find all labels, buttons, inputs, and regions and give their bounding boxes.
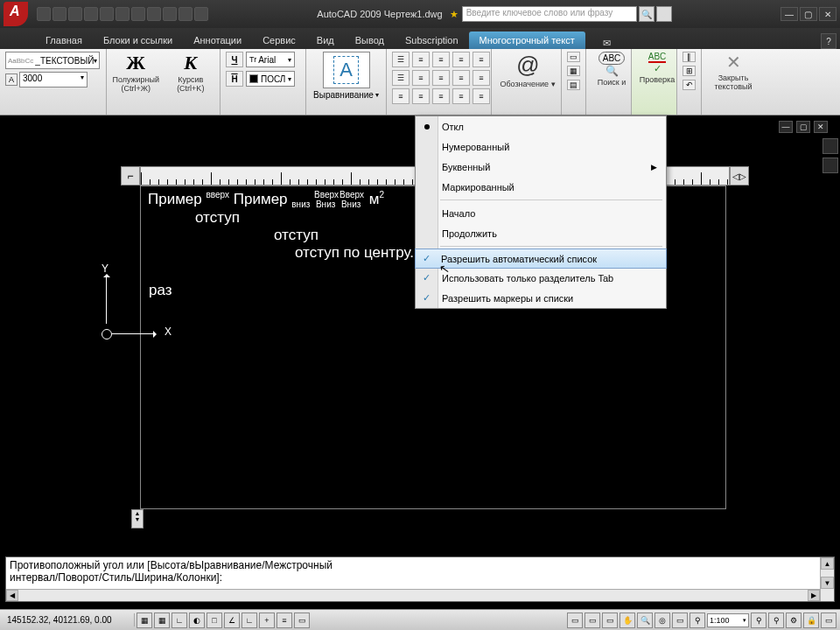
qat-btn-8[interactable] [147,7,161,21]
align-right-button[interactable]: ≡ [452,52,470,67]
scroll-down-button[interactable]: ▼ [821,577,834,589]
drawing-area[interactable]: — ▢ ✕ ⌐ ◁▷ Пример вверх Пример вниз Ввер… [0,116,840,550]
annotation-scale-combo[interactable]: 1:100▾ [707,613,749,627]
tab-annotations[interactable]: Аннотации [183,32,252,49]
ruler-toggle-button[interactable]: ‖ [682,52,696,62]
symbol2-button[interactable]: ▤ [567,80,580,90]
tab-home[interactable]: Главная [35,32,93,49]
command-vscrollbar[interactable]: ▲ ▼ [820,557,834,601]
tab-service[interactable]: Сервис [252,32,306,49]
ruler-width-grip[interactable]: ◁▷ [730,166,749,186]
linespacing-button[interactable]: ≡ [412,70,430,86]
doc-close-button[interactable]: ✕ [814,121,828,133]
close-button[interactable]: ✕ [819,7,836,21]
menu-item-bulleted[interactable]: Маркированный [416,177,666,197]
text-height-input[interactable]: 3000 ▾ [19,72,88,88]
help-button[interactable]: ? [821,33,836,49]
menu-item-tab-delimiter[interactable]: ✓Использовать только разделитель Tab [416,268,666,288]
overline-button[interactable]: Н [226,71,243,87]
qat-saveas-icon[interactable] [84,7,98,21]
tab-view[interactable]: Вид [306,32,345,49]
infocenter-search-input[interactable]: Введите ключевое слово или фразу [462,6,637,22]
tab-blocks[interactable]: Блоки и ссылки [93,32,183,49]
qat-btn-10[interactable] [178,7,192,21]
qat-open-icon[interactable] [52,7,66,21]
annotation-scale-icon[interactable]: ⚲ [690,612,705,628]
numbering-button[interactable]: ☰ [392,70,410,86]
side-tool-1[interactable] [822,138,838,154]
workspace-switching-button[interactable]: ⚙ [786,612,802,628]
dyn-toggle[interactable]: + [259,612,275,628]
doc-minimize-button[interactable]: — [779,121,793,133]
para-btn-10[interactable]: ≡ [472,70,490,86]
find-button[interactable]: ABC 🔍 Поиск и [592,52,632,88]
lwt-toggle[interactable]: ≡ [276,612,292,628]
para-btn-13[interactable]: ≡ [432,88,450,104]
italic-button[interactable]: К Курсив (Ctrl+K) [167,52,215,94]
menu-item-allow-bullets[interactable]: ✓Разрешить маркеры и списки [416,288,666,308]
maximize-button[interactable]: ▢ [800,7,817,21]
scroll-right-button[interactable]: ▶ [808,590,820,601]
scroll-up-button[interactable]: ▲ [821,557,834,570]
bold-button[interactable]: Ж Полужирный(Ctrl+Ж) [112,52,160,94]
undo-button[interactable]: ↶ [682,80,696,90]
zoom-button[interactable]: 🔍 [637,612,653,628]
command-hscrollbar[interactable]: ◀ ▶ [6,589,820,601]
para-btn-12[interactable]: ≡ [412,88,430,104]
bullets-button[interactable]: ☰ [392,52,410,67]
close-editor-button[interactable]: ✕ Закрыть текстовый [707,52,760,92]
ducs-toggle[interactable]: ∟ [242,612,257,628]
showmotion-button[interactable]: ▭ [672,612,688,628]
justify-button[interactable]: A [323,52,370,88]
align-justify-button[interactable]: ≡ [472,52,490,67]
model-button[interactable]: ▭ [567,612,583,628]
qp-toggle[interactable]: ▭ [294,612,310,628]
qat-plot-icon[interactable] [100,7,114,21]
symbol-button[interactable]: @ Обозначение ▾ [497,52,558,89]
annotation-visibility-button[interactable]: ⚲ [751,612,766,628]
scroll-left-button[interactable]: ◀ [6,590,18,601]
columns-button[interactable]: ▦ [567,66,580,76]
para-btn-14[interactable]: ≡ [452,88,470,104]
text-style-combo[interactable]: AaBbCc _ТЕКСТОВЫЙ ▾ [5,52,100,69]
command-line[interactable]: Противоположный угол или [Высота/вЫравни… [5,556,835,602]
para-btn-8[interactable]: ≡ [432,70,450,86]
ortho-toggle[interactable]: ∟ [172,612,187,628]
polar-toggle[interactable]: ◐ [189,612,205,628]
tab-mtext[interactable]: Многострочный текст [469,32,585,49]
color-combo[interactable]: ПОСЛ▾ [246,71,295,87]
options-button[interactable]: ⊞ [682,66,696,76]
side-tool-2[interactable] [822,158,838,173]
grid-toggle[interactable]: ▦ [154,612,170,628]
tab-subscription[interactable]: Subscription [395,32,469,49]
pan-button[interactable]: ✋ [620,612,635,628]
toolbar-lock-button[interactable]: 🔒 [803,612,819,628]
qview-drawings-button[interactable]: ▭ [602,612,618,628]
qat-btn-9[interactable] [163,7,177,21]
underline-button[interactable]: Ч [226,52,243,67]
para-btn-15[interactable]: ≡ [472,88,490,104]
qview-layouts-button[interactable]: ▭ [584,612,600,628]
clean-screen-button[interactable]: ▭ [821,612,836,628]
menu-item-lettered[interactable]: Буквенный▶ [416,157,666,177]
ruler-indent-marker[interactable]: ⌐ [121,166,140,186]
infocenter-star-icon[interactable]: ★ [450,9,458,20]
otrack-toggle[interactable]: ∠ [224,612,240,628]
doc-restore-button[interactable]: ▢ [796,121,810,133]
menu-item-numbered[interactable]: Нумерованный [416,136,666,157]
mail-icon[interactable]: ✉ [603,38,611,49]
qat-dropdown-icon[interactable] [194,7,208,21]
align-center-button[interactable]: ≡ [432,52,450,67]
minimize-button[interactable]: — [780,7,798,21]
snap-toggle[interactable]: ▦ [136,612,152,628]
menu-item-continue[interactable]: Продолжить [416,223,666,243]
infocenter-dropdown-button[interactable]: ▾ [656,6,672,22]
coordinates-display[interactable]: 145152.32, 40121.69, 0.00 [4,613,135,626]
para-btn-9[interactable]: ≡ [452,70,470,86]
menu-item-start[interactable]: Начало [416,203,666,223]
column-height-grip[interactable]: ▲▼ [131,509,144,528]
tab-output[interactable]: Вывод [345,32,395,49]
menu-item-auto-list[interactable]: ✓Разрешить автоматический список [415,248,667,269]
osnap-toggle[interactable]: □ [206,612,222,628]
align-left-button[interactable]: ≡ [412,52,430,67]
